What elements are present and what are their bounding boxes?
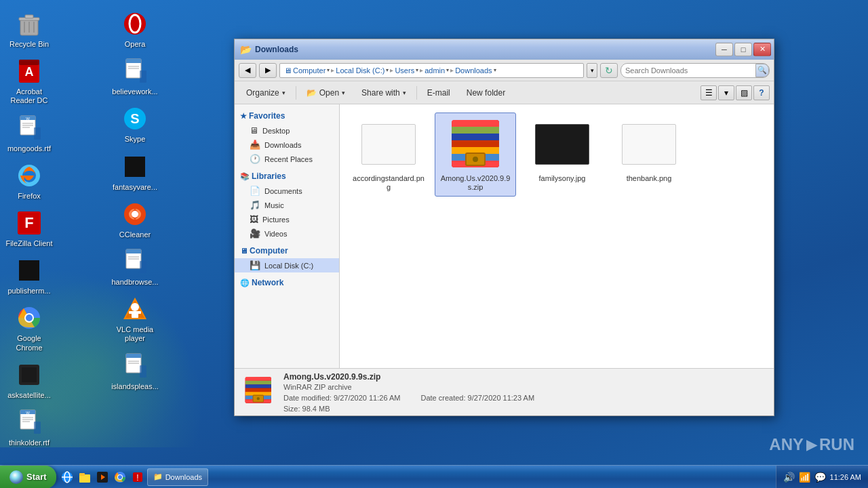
taskbar-media-icon[interactable]: [94, 469, 111, 485]
nav-pictures-label: Pictures: [262, 216, 290, 224]
organize-button[interactable]: Organize ▾: [239, 84, 293, 102]
desktop-icon-handbrowse[interactable]: handbrowse...: [108, 243, 161, 291]
breadcrumb-computer-dropdown[interactable]: ▾: [327, 67, 330, 73]
open-button[interactable]: 📂 Open ▾: [299, 84, 353, 102]
desktop-icon-vlc[interactable]: VLC media player: [108, 291, 161, 347]
breadcrumb-downloads[interactable]: Downloads ▾: [455, 66, 496, 75]
file-item-familysony[interactable]: familysony.jpg: [521, 113, 603, 197]
fantasyvare-icon: [121, 152, 149, 181]
svg-rect-39: [140, 70, 146, 83]
file-item-accordingstandard[interactable]: accordingstandard.png: [348, 113, 429, 197]
close-button[interactable]: ✕: [753, 43, 771, 56]
recent-nav-icon: 🕐: [250, 154, 260, 164]
taskbar-explorer-icon[interactable]: [77, 469, 93, 485]
breadcrumb-admin[interactable]: admin ▾: [425, 66, 449, 75]
nav-network-header[interactable]: 🌐 Network: [235, 275, 339, 290]
size-value: 98.4 MB: [302, 405, 330, 413]
anyrun-run-text: RUN: [819, 435, 854, 454]
address-bar-dropdown[interactable]: ▾: [587, 63, 597, 78]
file-item-among-us[interactable]: Among.Us.v2020.9.9s.zip: [435, 113, 516, 197]
taskbar-chrome-icon[interactable]: [112, 469, 128, 485]
tray-action-center-icon[interactable]: 💬: [814, 472, 826, 483]
anyrun-play-icon: ▶: [806, 436, 816, 453]
nav-libraries-header[interactable]: 📚 Libraries: [235, 169, 339, 184]
nav-item-documents[interactable]: 📄 Documents: [235, 184, 339, 198]
nav-item-pictures[interactable]: 🖼 Pictures: [235, 212, 339, 226]
breadcrumb-users-dropdown[interactable]: ▾: [416, 67, 418, 73]
date-created-label: Date created:: [420, 394, 465, 402]
desktop-icon-opera[interactable]: Opera: [108, 5, 161, 53]
svg-text:A: A: [25, 65, 34, 79]
desktop-icon-fantasyvare[interactable]: fantasyvare...: [108, 148, 161, 196]
desktop-icon-skype[interactable]: S Skype: [108, 100, 161, 148]
desktop-icon-thinkolder[interactable]: W thinkolder.rtf: [3, 404, 56, 451]
desktop-icon-believework[interactable]: believework...: [108, 53, 161, 100]
window-icon: 📂: [240, 44, 251, 55]
breadcrumb-local-disk[interactable]: Local Disk (C:) ▾: [336, 66, 389, 75]
breadcrumb-admin-dropdown[interactable]: ▾: [446, 67, 449, 73]
nav-item-local-disk[interactable]: 💾 Local Disk (C:): [235, 258, 339, 272]
breadcrumb-users[interactable]: Users ▾: [395, 66, 418, 75]
chrome-icon: [15, 304, 43, 332]
svg-rect-59: [140, 365, 146, 378]
recycle-bin-label: Recycle Bin: [9, 40, 49, 49]
taskbar-security-icon[interactable]: !: [130, 469, 146, 485]
help-button[interactable]: ?: [753, 85, 770, 100]
desktop-icon-publisherm[interactable]: publisherm...: [3, 252, 56, 300]
desktop-icon-ccleaner[interactable]: CCleaner: [108, 196, 161, 243]
publisherm-label: publisherm...: [8, 287, 51, 296]
taskbar-downloads-item[interactable]: 📁 Downloads: [147, 468, 208, 486]
nav-computer-header[interactable]: 🖥 Computer: [235, 243, 339, 258]
start-button[interactable]: Start: [0, 466, 56, 489]
tray-network-icon[interactable]: 📶: [799, 472, 810, 483]
nav-favorites-header[interactable]: ★ Favorites: [235, 108, 339, 123]
filezilla-icon: F: [15, 209, 43, 237]
ccleaner-icon: [121, 200, 149, 228]
desktop-icon-filezilla[interactable]: F FileZilla Client: [3, 205, 56, 252]
file-item-thenbank[interactable]: thenbank.png: [608, 113, 690, 197]
organize-dropdown: ▾: [282, 89, 285, 96]
desktop-icon-firefox[interactable]: Firefox: [3, 157, 56, 205]
svg-point-33: [124, 13, 146, 35]
desktop-icon-recycle-bin[interactable]: Recycle Bin: [3, 5, 56, 53]
desktop-icon-acrobat[interactable]: A Acrobat Reader DC: [3, 53, 56, 109]
new-folder-button[interactable]: New folder: [459, 84, 513, 102]
preview-pane-button[interactable]: ▨: [736, 85, 752, 100]
email-button[interactable]: E-mail: [420, 84, 458, 102]
minimize-button[interactable]: ─: [715, 43, 733, 56]
nav-item-downloads[interactable]: 📥 Downloads: [235, 138, 339, 152]
breadcrumb-localdisk-dropdown[interactable]: ▾: [386, 67, 389, 73]
nav-item-music[interactable]: 🎵 Music: [235, 198, 339, 212]
search-input[interactable]: [625, 66, 753, 75]
desktop-icon-chrome[interactable]: Google Chrome: [3, 300, 56, 356]
taskbar-ie-icon[interactable]: [59, 469, 75, 485]
svg-rect-15: [34, 127, 41, 140]
desktop-icon-islandspleas[interactable]: islandspleas...: [108, 348, 161, 395]
toolbar-separator-2: [416, 86, 417, 100]
back-button[interactable]: ◀: [239, 63, 256, 78]
breadcrumb-computer[interactable]: 🖥 Computer ▾: [284, 66, 330, 75]
sep3: ▸: [420, 66, 423, 74]
toolbar: Organize ▾ 📂 Open ▾ Share with ▾ E-mail …: [235, 81, 774, 104]
view-list-button[interactable]: ☰: [701, 85, 717, 100]
date-created-value: 9/27/2020 11:23 AM: [468, 394, 534, 402]
anyrun-text: ANY: [769, 435, 804, 454]
share-with-button[interactable]: Share with ▾: [354, 84, 414, 102]
accordingstandard-file-name: accordingstandard.png: [353, 174, 425, 192]
forward-button[interactable]: ▶: [259, 63, 277, 78]
status-size: Size: 98.4 MB: [283, 405, 330, 413]
refresh-button[interactable]: ↻: [600, 63, 618, 78]
nav-item-desktop[interactable]: 🖥 Desktop: [235, 123, 339, 138]
desktop-icon-mongoods[interactable]: W mongoods.rtf: [3, 110, 56, 157]
view-dropdown-button[interactable]: ▾: [718, 85, 734, 100]
vlc-label: VLC media player: [111, 325, 159, 343]
accordingstandard-thumbnail: [361, 124, 416, 165]
breadcrumb-downloads-dropdown[interactable]: ▾: [494, 67, 496, 73]
tray-volume-icon[interactable]: 🔊: [783, 472, 795, 483]
nav-item-recent-places[interactable]: 🕐 Recent Places: [235, 152, 339, 166]
desktop-icon-asksatellite[interactable]: asksatellite...: [3, 357, 56, 404]
maximize-button[interactable]: □: [734, 43, 752, 56]
zip-stripe-3: [452, 134, 499, 140]
search-button[interactable]: 🔍: [755, 64, 769, 77]
nav-item-videos[interactable]: 🎥 Videos: [235, 226, 339, 241]
